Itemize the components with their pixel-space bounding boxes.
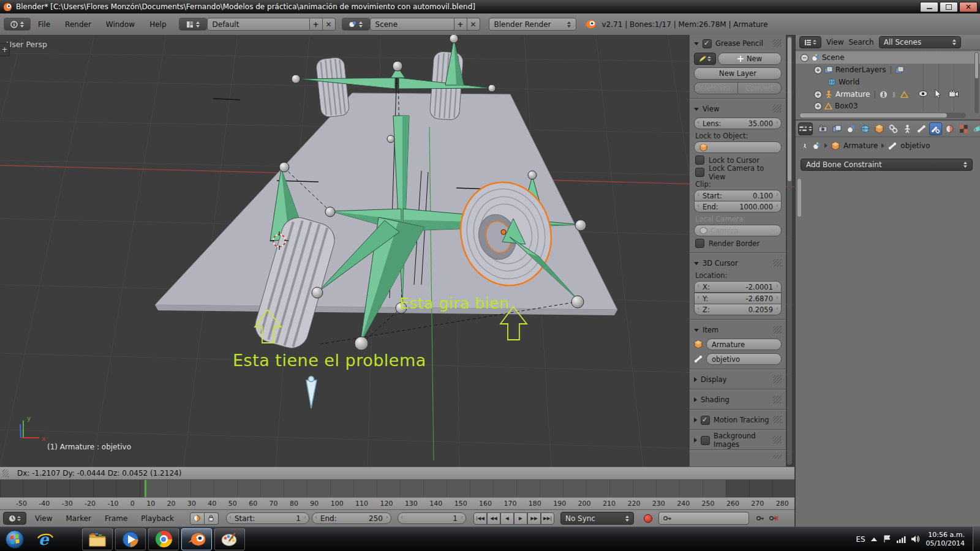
background-images-checkbox[interactable] [701,436,710,445]
viewport-3d[interactable]: y x User Persp Esta gira bien Esta tiene… [0,35,794,467]
outliner-menu-view[interactable]: View [826,38,843,47]
remove-layout-button[interactable] [323,18,336,31]
lock-camera-checkbox[interactable] [695,168,704,177]
n-panel-scrollbar[interactable] [787,36,792,465]
outliner-row-box[interactable]: Box03 [796,100,980,111]
screen-layout-field[interactable]: Default [207,18,310,31]
background-images-header[interactable]: Background Images [694,435,782,446]
timeline-menu-marker[interactable]: Marker [66,514,91,523]
tab-constraints[interactable] [887,122,900,135]
jump-to-end-button[interactable]: ▶▶| [541,512,554,525]
breadcrumb-bone[interactable]: objetivo [900,141,930,150]
taskbar-chrome[interactable] [148,528,179,550]
prev-keyframe-button[interactable]: ◀◀ [487,512,500,525]
properties-type-button[interactable] [798,122,813,135]
panel-grip[interactable] [773,375,782,383]
current-frame-field[interactable]: 1 [398,512,466,524]
use-preview-range-button[interactable] [190,512,205,525]
frame-end-field[interactable]: End:250 [312,512,391,524]
3d-cursor-header[interactable]: 3D Cursor [694,258,782,269]
grease-pencil-checkbox[interactable] [703,39,712,48]
add-scene-button[interactable] [454,18,467,31]
scene-ball-icon[interactable] [812,142,821,150]
keying-set-field[interactable] [658,512,749,525]
lock-object-field[interactable] [694,141,782,153]
cursor-z-field[interactable]: Z:0.2059 [694,304,782,315]
timeline-menu-frame[interactable]: Frame [105,514,127,523]
properties-scrollbar-thumb[interactable] [797,179,801,217]
timeline-menu-view[interactable]: View [35,514,52,523]
expand-icon[interactable] [814,66,822,74]
panel-grip[interactable] [773,259,782,267]
tab-bone-constraints[interactable] [929,122,942,135]
menu-render[interactable]: Render [65,20,91,29]
collapse-icon[interactable] [801,54,809,62]
grease-pencil-source-button[interactable] [694,53,716,65]
screen-layout-icon-button[interactable] [179,18,207,31]
display-section-header[interactable]: Display [694,374,782,385]
outliner-row-world[interactable]: World [796,76,980,88]
timeline-ruler[interactable]: -50-40-30-20-100102030405060708090100110… [0,497,794,510]
motion-tracking-header[interactable]: Motion Tracking [694,414,782,425]
sync-mode-select[interactable]: No Sync [560,512,634,525]
jump-to-start-button[interactable]: |◀◀ [473,512,487,525]
local-camera-field[interactable]: Camera ✕ [694,225,782,236]
panel-grip[interactable] [773,416,782,424]
visibility-eye-icon[interactable] [918,90,928,99]
expand-icon[interactable] [814,91,822,99]
toolbar-expand-tab[interactable] [0,43,10,56]
lock-camera-row[interactable]: Lock Camera to View [695,167,782,178]
play-reverse-button[interactable]: ◀ [500,512,514,525]
outliner-type-button[interactable] [799,36,821,48]
volume-icon[interactable] [911,535,921,543]
grease-pencil-header[interactable]: Grease Pencil [694,38,782,49]
new-layer-button[interactable]: New Layer [694,67,782,80]
maximize-button[interactable] [940,2,958,12]
cursor-y-field[interactable]: Y:-2.6870 [694,293,782,304]
scrollbar-thumb[interactable] [788,37,791,181]
tab-scene[interactable] [845,122,858,135]
grease-pencil-new-button[interactable]: New [718,53,782,65]
next-keyframe-button[interactable]: ▶▶ [527,512,541,525]
scene-icon-button[interactable] [342,18,370,31]
lock-to-cursor-checkbox[interactable] [695,156,704,165]
clip-end-field[interactable]: End:1000.000 [694,201,782,212]
render-border-checkbox[interactable] [695,239,704,248]
network-icon[interactable] [897,536,906,543]
action-center-flag-icon[interactable] [883,535,891,543]
shading-section-header[interactable]: Shading [694,394,782,405]
expand-icon[interactable] [814,102,822,110]
scrollbar-thumb[interactable] [975,53,978,78]
delete-keyframe-button[interactable] [767,513,781,524]
item-section-header[interactable]: Item [694,324,782,335]
panel-grip[interactable] [773,395,782,403]
taskbar-blender-active[interactable] [181,528,212,550]
panel-grip[interactable] [773,436,782,444]
menu-help[interactable]: Help [149,20,166,29]
play-button[interactable]: ▶ [514,512,527,525]
motion-tracking-checkbox[interactable] [701,416,710,425]
editor-grip-icon[interactable] [2,470,9,477]
tab-texture[interactable] [957,122,970,135]
outliner-row-renderlayers[interactable]: RenderLayers | [796,64,980,76]
scene-name-field[interactable]: Scene [370,18,454,31]
renderable-camera-icon[interactable] [949,90,959,99]
current-frame-playhead[interactable] [145,480,146,497]
menu-window[interactable]: Window [106,20,135,29]
tab-object[interactable] [873,122,886,135]
panel-grip[interactable] [773,326,782,334]
tab-render[interactable] [816,122,829,135]
bone-objetivo[interactable] [306,377,317,409]
taskbar-internet-explorer[interactable]: e [31,529,60,550]
taskbar-paint[interactable] [214,528,245,550]
cursor-x-field[interactable]: X:-2.0001 [694,281,782,293]
tray-language[interactable]: ES [856,535,865,544]
panel-grip[interactable] [773,105,782,113]
breadcrumb-object[interactable]: Armature [843,141,878,150]
convert-button[interactable]: Convert [738,82,782,94]
clear-x-icon[interactable]: ✕ [770,227,776,235]
tray-expand-icon[interactable] [871,538,877,541]
menu-file[interactable]: File [38,20,50,29]
outliner-scope-select[interactable]: All Scenes [879,36,961,48]
lock-frame-range-button[interactable] [205,512,219,525]
